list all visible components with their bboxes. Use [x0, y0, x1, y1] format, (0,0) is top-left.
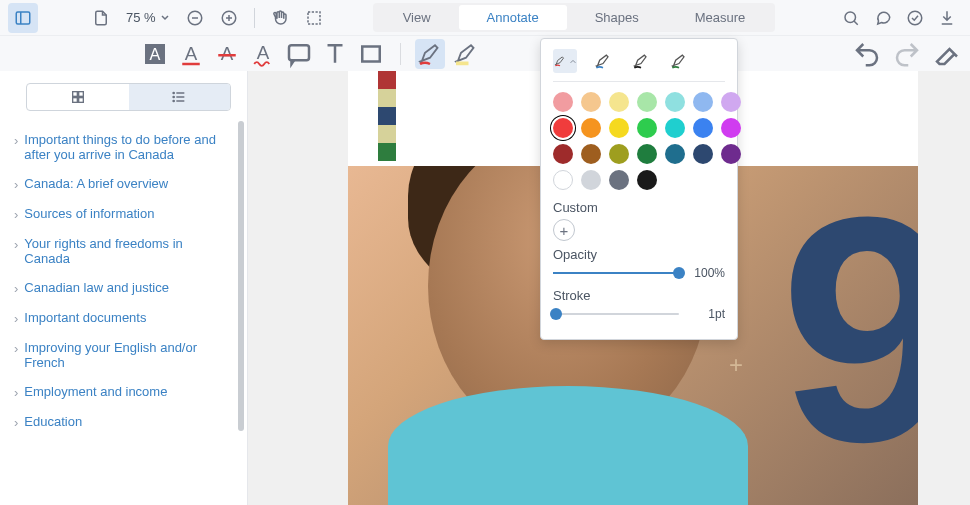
color-strip-swatch [378, 143, 396, 161]
text-tool-button[interactable] [320, 39, 350, 69]
erase-button[interactable] [932, 39, 962, 69]
color-swatch[interactable] [553, 118, 573, 138]
color-swatch[interactable] [637, 144, 657, 164]
opacity-slider[interactable] [553, 272, 679, 274]
document-icon-button[interactable] [86, 3, 116, 33]
color-swatch[interactable] [553, 92, 573, 112]
chevron-right-icon: › [14, 237, 18, 252]
undo-button[interactable] [852, 39, 882, 69]
color-swatch[interactable] [609, 170, 629, 190]
color-swatch[interactable] [637, 92, 657, 112]
tab-view[interactable]: View [375, 5, 459, 30]
add-custom-color-button[interactable]: + [553, 219, 575, 241]
color-swatch[interactable] [693, 92, 713, 112]
outline-item[interactable]: ›Employment and income [10, 377, 235, 407]
text-styles-button[interactable]: A [140, 39, 170, 69]
text-squiggle-button[interactable]: A [248, 39, 278, 69]
download-button[interactable] [932, 3, 962, 33]
outline-item[interactable]: ›Canada: A brief overview [10, 169, 235, 199]
thumbnails-tab[interactable] [27, 84, 129, 110]
text-underline-red-button[interactable]: A [176, 39, 206, 69]
color-swatch[interactable] [637, 118, 657, 138]
color-swatch[interactable] [581, 92, 601, 112]
sidebar-scrollbar[interactable] [238, 121, 244, 431]
pen-preset[interactable] [591, 49, 615, 73]
svg-rect-25 [72, 98, 77, 103]
check-button[interactable] [900, 3, 930, 33]
outline-item-label: Education [24, 414, 82, 429]
svg-text:A: A [257, 42, 270, 63]
color-swatch[interactable] [721, 118, 741, 138]
chevron-right-icon: › [14, 207, 18, 222]
color-strip-swatch [378, 125, 396, 143]
color-swatch[interactable] [581, 144, 601, 164]
redo-button[interactable] [892, 39, 922, 69]
color-swatch[interactable] [609, 144, 629, 164]
color-swatch[interactable] [581, 170, 601, 190]
note-button[interactable] [284, 39, 314, 69]
zoom-in-button[interactable] [214, 3, 244, 33]
outline-item[interactable]: ›Sources of information [10, 199, 235, 229]
svg-rect-23 [72, 92, 77, 97]
color-strip-swatch [378, 89, 396, 107]
svg-rect-18 [289, 45, 309, 60]
color-swatch[interactable] [693, 144, 713, 164]
outline-item-label: Canadian law and justice [24, 280, 169, 295]
color-swatch[interactable] [553, 144, 573, 164]
comments-button[interactable] [868, 3, 898, 33]
chevron-right-icon: › [14, 177, 18, 192]
highlighter-button[interactable] [451, 39, 481, 69]
stroke-label: Stroke [553, 288, 725, 303]
outline-item[interactable]: ›Important things to do before and after… [10, 125, 235, 169]
svg-rect-21 [362, 46, 380, 61]
pan-tool-button[interactable] [265, 3, 295, 33]
svg-rect-0 [16, 12, 30, 24]
color-swatch[interactable] [609, 92, 629, 112]
zoom-select[interactable]: 75 % [120, 10, 176, 25]
outline-item[interactable]: ›Education [10, 407, 235, 437]
zoom-out-button[interactable] [180, 3, 210, 33]
chevron-right-icon: › [14, 385, 18, 400]
pen-preset[interactable] [553, 49, 577, 73]
svg-point-30 [173, 92, 174, 93]
pen-preset[interactable] [667, 49, 691, 73]
color-swatch[interactable] [693, 118, 713, 138]
tab-annotate[interactable]: Annotate [459, 5, 567, 30]
outline-item[interactable]: ›Improving your English and/or French [10, 333, 235, 377]
select-tool-button[interactable] [299, 3, 329, 33]
svg-text:A: A [221, 43, 234, 64]
pen-preset[interactable] [629, 49, 653, 73]
chevron-right-icon: › [14, 415, 18, 430]
tab-measure[interactable]: Measure [667, 5, 774, 30]
outline-item[interactable]: ›Important documents [10, 303, 235, 333]
color-swatch[interactable] [609, 118, 629, 138]
tab-shapes[interactable]: Shapes [567, 5, 667, 30]
outline-item[interactable]: ›Canadian law and justice [10, 273, 235, 303]
text-strikethrough-button[interactable]: A [212, 39, 242, 69]
svg-point-10 [908, 11, 922, 25]
panel-toggle-button[interactable] [8, 3, 38, 33]
color-swatch[interactable] [581, 118, 601, 138]
outline-tab[interactable] [129, 84, 231, 110]
color-swatch[interactable] [553, 170, 573, 190]
opacity-label: Opacity [553, 247, 725, 262]
color-strip [378, 71, 396, 161]
pen-red-button[interactable] [415, 39, 445, 69]
outline-item-label: Sources of information [24, 206, 154, 221]
color-swatch[interactable] [721, 144, 741, 164]
outline-item[interactable]: ›Your rights and freedoms in Canada [10, 229, 235, 273]
chevron-right-icon: › [14, 341, 18, 356]
color-swatch[interactable] [721, 92, 741, 112]
color-swatch[interactable] [637, 170, 657, 190]
color-swatch[interactable] [665, 118, 685, 138]
svg-text:A: A [150, 45, 161, 63]
svg-text:A: A [185, 43, 198, 64]
search-button[interactable] [836, 3, 866, 33]
stroke-slider[interactable] [553, 313, 679, 315]
color-swatch[interactable] [665, 92, 685, 112]
rectangle-tool-button[interactable] [356, 39, 386, 69]
svg-rect-26 [78, 98, 83, 103]
svg-line-9 [854, 21, 858, 25]
crosshair-cursor-icon: + [729, 351, 743, 379]
color-swatch[interactable] [665, 144, 685, 164]
